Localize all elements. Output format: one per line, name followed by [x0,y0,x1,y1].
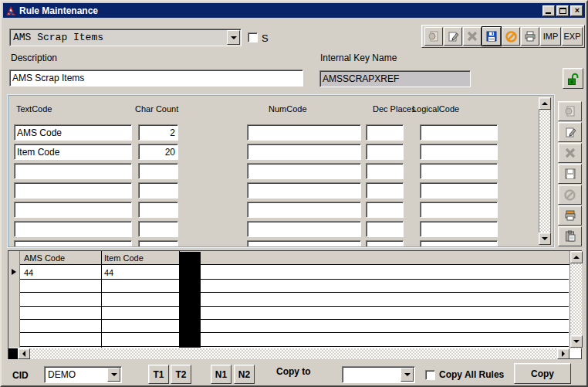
text-code-input[interactable] [14,163,132,179]
text-code-input[interactable] [14,182,132,199]
n2-button[interactable]: N2 [234,365,255,384]
import-button[interactable]: IMP [540,27,561,46]
num-code-input[interactable] [247,182,361,199]
logical-code-input[interactable] [420,124,498,141]
dec-places-input[interactable] [366,240,404,247]
dec-places-input[interactable] [366,163,404,179]
dec-places-input[interactable] [366,202,404,218]
cid-value: DEMO [45,367,106,382]
copy-to-value [343,367,400,382]
text-code-input[interactable] [14,144,132,160]
scroll-right-button[interactable] [557,348,569,359]
grid-edit-button[interactable] [558,122,582,142]
logical-code-input[interactable] [420,144,498,160]
edit-button[interactable] [444,27,462,46]
char-count-input[interactable] [138,240,178,247]
save-icon [485,30,498,42]
scroll-left-button[interactable] [18,348,30,359]
char-count-input[interactable] [138,221,178,237]
text-code-input[interactable] [14,124,132,141]
column-separator [101,251,102,348]
cell-ams-code[interactable]: 44 [24,268,33,277]
grid-paste-button[interactable] [558,226,582,246]
print-button[interactable] [521,27,539,46]
cancel-button[interactable] [502,27,520,46]
scroll-down-button[interactable] [570,335,583,348]
dec-places-input[interactable] [366,182,404,199]
text-code-input[interactable] [14,240,132,247]
description-input[interactable] [9,70,303,87]
n1-button[interactable]: N1 [211,365,231,384]
logical-code-input[interactable] [420,202,498,218]
char-count-input[interactable] [138,202,178,218]
t1-button[interactable]: T1 [148,365,169,384]
char-count-input[interactable] [138,163,178,179]
s-checkbox[interactable] [248,32,258,42]
grid-print-button[interactable] [558,205,582,226]
main-toolbar: IMP EXP [421,25,585,48]
edit-icon [564,126,576,138]
char-count-input[interactable] [138,144,178,160]
minimize-button[interactable] [542,5,555,16]
copy-to-combo[interactable] [342,366,415,383]
rule-selector-dropdown-button[interactable] [227,30,240,45]
cid-dropdown-button[interactable] [107,368,120,382]
rule-selector-combo[interactable]: AMS Scrap Items [9,29,242,46]
copy-all-rules-checkbox[interactable] [425,370,435,380]
data-grid-hscrollbar[interactable] [8,348,582,359]
titlebar[interactable]: Rule Maintenance × [3,3,585,18]
grid-cancel-button[interactable] [558,185,582,205]
char-count-input[interactable] [138,182,178,199]
text-code-input[interactable] [14,202,132,218]
scroll-up-button[interactable] [539,97,551,110]
rule-maintenance-window: Rule Maintenance × AMS Scrap Items S [0,0,588,387]
dec-places-input[interactable] [366,221,404,237]
grid-delete-button[interactable] [558,143,582,163]
rule-selector-value: AMS Scrap Items [10,29,226,46]
row-line [20,346,569,347]
logical-code-input[interactable] [420,240,498,247]
logical-code-input[interactable] [420,182,498,199]
row-line [20,332,569,333]
num-code-input[interactable] [247,202,361,218]
num-code-input[interactable] [247,163,361,179]
num-code-input[interactable] [247,124,361,141]
paste-icon [564,230,576,243]
text-code-input[interactable] [14,221,132,237]
export-button[interactable]: EXP [562,27,583,46]
row-selector-column [8,251,20,348]
delete-icon [564,147,576,159]
rule-panel-scrollbar[interactable] [539,97,551,245]
new-record-button[interactable] [424,27,443,46]
scrollbar-track[interactable] [30,348,557,359]
internal-key-name-field [319,70,471,87]
chevron-down-icon [231,36,237,39]
grid-new-record-button[interactable] [558,101,582,121]
rule-data-grid[interactable]: AMS Code Item Code 44 44 [8,250,582,359]
dec-places-input[interactable] [366,124,404,141]
copy-button[interactable]: Copy [514,363,571,384]
save-button[interactable] [482,27,501,46]
copy-to-dropdown-button[interactable] [400,368,414,382]
num-code-input[interactable] [247,144,361,160]
logical-code-input[interactable] [420,221,498,237]
grid-save-button[interactable] [558,164,582,184]
maximize-button[interactable] [556,5,569,16]
delete-button[interactable] [463,27,482,46]
close-icon: × [571,5,583,15]
t2-button[interactable]: T2 [171,365,191,384]
num-code-input[interactable] [247,240,361,247]
scroll-down-button[interactable] [539,233,551,245]
dec-places-input[interactable] [366,144,404,160]
data-grid-header: AMS Code Item Code [8,251,581,265]
cell-item-code[interactable]: 44 [104,268,113,277]
redacted-block [8,348,18,359]
data-grid-vscrollbar[interactable] [569,251,582,348]
scroll-up-button[interactable] [570,251,583,263]
logical-code-input[interactable] [420,163,498,179]
lock-button[interactable] [563,68,583,89]
char-count-input[interactable] [138,124,178,141]
cid-combo[interactable]: DEMO [44,366,122,383]
close-button[interactable]: × [570,5,583,16]
num-code-input[interactable] [247,221,361,237]
